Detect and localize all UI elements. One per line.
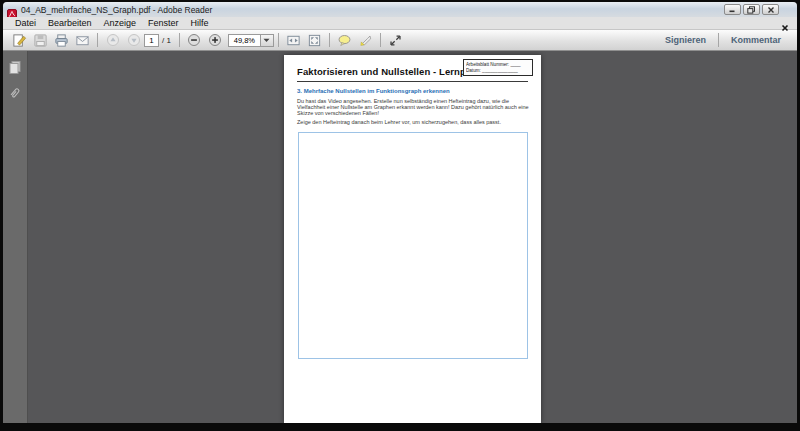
email-icon[interactable] [72, 31, 93, 49]
restore-button-icon[interactable] [743, 4, 760, 15]
next-page-icon[interactable] [123, 31, 144, 49]
attachments-paperclip-icon[interactable] [6, 84, 24, 102]
page-thumbnails-icon[interactable] [6, 58, 24, 76]
toolbar-separator [179, 33, 180, 47]
zoom-dropdown-arrow-icon[interactable] [261, 34, 274, 47]
zoom-level-input[interactable] [228, 34, 261, 47]
toolbar-separator [97, 33, 98, 47]
fit-width-icon[interactable] [283, 31, 304, 49]
document-viewport[interactable]: Faktorisieren und Nullstellen - Lernpfad… [28, 51, 797, 423]
menu-fenster[interactable]: Fenster [142, 18, 185, 28]
worksheet-infobox: Arbeitsblatt Nummer: ____ Datum: _______… [463, 59, 533, 76]
page-total-label: / 1 [162, 36, 171, 45]
menu-bar: Datei Bearbeiten Anzeige Fenster Hilfe [3, 17, 797, 30]
print-icon[interactable] [51, 31, 72, 49]
minimize-button-icon[interactable] [724, 4, 741, 15]
comment-button[interactable]: Kommentar [721, 35, 791, 45]
highlighter-icon[interactable] [355, 31, 376, 49]
toolbar: / 1 [3, 30, 797, 51]
close-button-icon[interactable] [762, 4, 779, 15]
pdf-page: Faktorisieren und Nullstellen - Lernpfad… [284, 55, 541, 423]
menu-bearbeiten[interactable]: Bearbeiten [42, 18, 98, 28]
menu-anzeige[interactable]: Anzeige [98, 18, 143, 28]
menu-datei[interactable]: Datei [9, 18, 42, 28]
save-icon[interactable] [30, 31, 51, 49]
hefteintrag-empty-box [298, 132, 528, 359]
toolbar-separator [329, 33, 330, 47]
comment-bubble-icon[interactable] [334, 31, 355, 49]
expand-view-icon[interactable] [385, 31, 406, 49]
menu-hilfe[interactable]: Hilfe [185, 18, 215, 28]
infobox-date-line: Datum: ______________ [466, 68, 530, 74]
content-region: Faktorisieren und Nullstellen - Lernpfad… [3, 51, 797, 423]
adobe-reader-window: 04_AB_mehrfache_NS_Graph.pdf - Adobe Rea… [3, 2, 797, 423]
zoom-out-icon[interactable] [184, 31, 205, 49]
toolbar-separator [278, 33, 279, 47]
pdf-file-icon [7, 5, 17, 15]
document-close-icon[interactable] [781, 18, 789, 36]
instruction-paragraph: Du hast das Video angesehen. Erstelle nu… [297, 98, 530, 116]
instruction-paragraph-2: Zeige den Hefteintrag danach beim Lehrer… [297, 119, 530, 125]
toolbar-separator [380, 33, 381, 47]
toolbar-separator [718, 33, 719, 47]
title-bar[interactable]: 04_AB_mehrfache_NS_Graph.pdf - Adobe Rea… [3, 2, 797, 17]
page-number-input[interactable] [144, 34, 159, 47]
sign-button[interactable]: Signieren [655, 35, 716, 45]
window-frame: 04_AB_mehrfache_NS_Graph.pdf - Adobe Rea… [0, 0, 800, 431]
infobox-number-line: Arbeitsblatt Nummer: ____ [466, 62, 530, 68]
fit-page-icon[interactable] [304, 31, 325, 49]
previous-page-icon[interactable] [102, 31, 123, 49]
window-title: 04_AB_mehrfache_NS_Graph.pdf - Adobe Rea… [21, 5, 212, 15]
zoom-in-icon[interactable] [205, 31, 226, 49]
navigation-sidebar [3, 51, 28, 423]
section-heading: 3. Mehrfache Nullstellen im Funktionsgra… [297, 88, 528, 94]
sign-pen-icon[interactable] [9, 31, 30, 49]
worksheet-header: Faktorisieren und Nullstellen - Lernpfad… [297, 63, 528, 82]
